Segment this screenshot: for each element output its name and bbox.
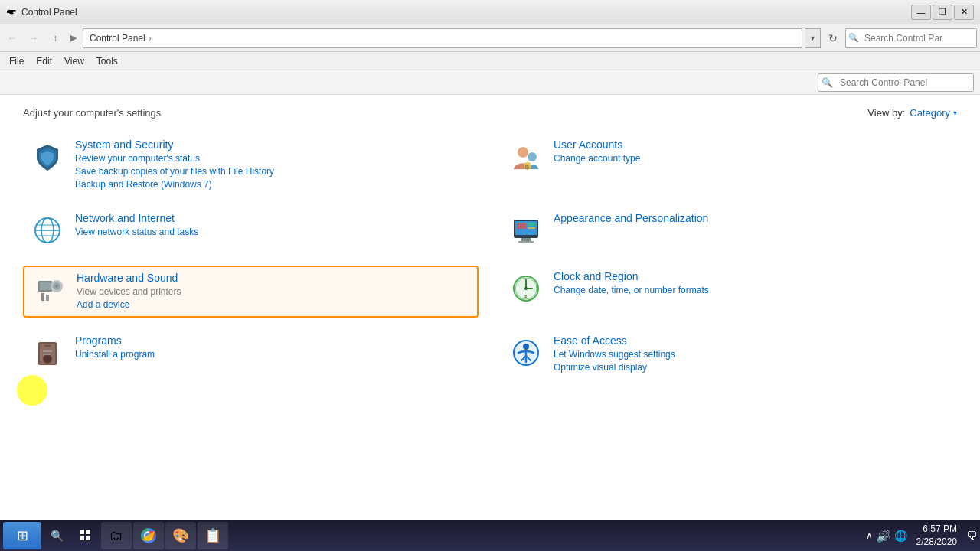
category-programs[interactable]: Programs Uninstall a program <box>23 330 479 379</box>
menu-file[interactable]: File <box>3 54 30 68</box>
appearance-text: Appearance and Personalization <box>554 212 708 226</box>
hardware-sound-link-1[interactable]: View devices and printers <box>77 285 181 298</box>
menu-tools[interactable]: Tools <box>90 54 124 68</box>
system-clock[interactable]: 6:57 PM 2/28/2020 <box>910 523 963 549</box>
taskbar-app-chrome[interactable] <box>133 522 164 549</box>
path-sep: › <box>149 33 152 44</box>
toolbar-search-input[interactable] <box>835 74 973 91</box>
clock-region-text: Clock and Region Change date, time, or n… <box>554 270 709 297</box>
user-accounts-title[interactable]: User Accounts <box>554 139 640 151</box>
content-header: Adjust your computer's settings View by:… <box>23 107 957 119</box>
taskbar-app-paint[interactable]: 🎨 <box>165 522 196 549</box>
taskbar-search-button[interactable]: 🔍 <box>43 523 70 548</box>
address-box[interactable]: Control Panel › <box>83 28 802 48</box>
taskbar-right: ∧ 🔊 🌐 6:57 PM 2/28/2020 🗨 <box>866 523 977 549</box>
forward-button[interactable]: → <box>24 29 43 47</box>
category-network-internet[interactable]: Network and Internet View network status… <box>23 207 479 253</box>
close-button[interactable]: ✕ <box>954 5 974 20</box>
taskbar-app-file-explorer[interactable]: 🗂 <box>101 522 132 549</box>
tray-volume-icon[interactable]: 🔊 <box>876 529 891 543</box>
system-security-title[interactable]: System and Security <box>75 139 274 151</box>
category-appearance[interactable]: Appearance and Personalization <box>501 207 957 253</box>
hardware-sound-title[interactable]: Hardware and Sound <box>77 272 181 284</box>
view-by-container: View by: Category ▾ <box>867 107 957 119</box>
user-accounts-link-1[interactable]: Change account type <box>554 152 640 165</box>
taskbar-app-word[interactable]: 📋 <box>198 522 228 549</box>
task-view-button[interactable] <box>72 523 100 548</box>
appearance-title[interactable]: Appearance and Personalization <box>554 212 708 224</box>
main-content: Adjust your computer's settings View by:… <box>0 95 980 520</box>
address-bar: ← → ↑ ▶ Control Panel › ▾ ↻ 🔍 <box>0 24 980 52</box>
breadcrumb: Control Panel <box>90 33 145 44</box>
svg-rect-12 <box>528 223 535 226</box>
network-internet-text: Network and Internet View network status… <box>75 212 198 239</box>
svg-rect-33 <box>44 345 51 347</box>
taskbar: ⊞ 🔍 🗂 🎨 📋 ∧ 🔊 🌐 6:57 PM 2/28/2020 🗨 <box>0 520 980 551</box>
menu-edit[interactable]: Edit <box>30 54 58 68</box>
start-button[interactable]: ⊞ <box>3 522 41 549</box>
svg-text:⧗: ⧗ <box>524 294 528 298</box>
view-by-label: View by: <box>867 107 905 119</box>
programs-icon <box>29 334 66 371</box>
svg-rect-11 <box>517 223 526 229</box>
ease-access-link-1[interactable]: Let Windows suggest settings <box>554 348 675 361</box>
ease-access-text: Ease of Access Let Windows suggest setti… <box>554 334 675 374</box>
programs-title[interactable]: Programs <box>75 334 155 347</box>
svg-point-32 <box>44 356 51 362</box>
category-value: Category <box>910 107 950 119</box>
address-search-input[interactable] <box>861 29 976 47</box>
clock-date: 2/28/2020 <box>916 536 957 549</box>
category-hardware-sound[interactable]: Hardware and Sound View devices and prin… <box>23 266 479 318</box>
system-security-link-2[interactable]: Save backup copies of your files with Fi… <box>75 165 274 178</box>
back-button[interactable]: ← <box>3 29 21 47</box>
category-ease-access[interactable]: Ease of Access Let Windows suggest setti… <box>501 330 957 379</box>
start-icon: ⊞ <box>17 527 28 544</box>
clock-time: 6:57 PM <box>916 523 957 536</box>
hardware-sound-text: Hardware and Sound View devices and prin… <box>77 272 181 311</box>
svg-rect-13 <box>528 227 535 229</box>
svg-rect-39 <box>80 530 84 534</box>
address-search-box[interactable]: 🔍 <box>845 28 977 48</box>
category-clock-region[interactable]: ⧗ Clock and Region Change date, time, or… <box>501 266 957 318</box>
category-system-security[interactable]: System and Security Review your computer… <box>23 134 479 195</box>
notification-button[interactable]: 🗨 <box>966 530 977 542</box>
svg-point-27 <box>524 287 528 290</box>
minimize-button[interactable]: — <box>911 5 931 20</box>
up-button[interactable]: ↑ <box>46 29 64 47</box>
svg-point-1 <box>528 152 537 161</box>
categories-grid: System and Security Review your computer… <box>23 134 957 379</box>
clock-region-icon: ⧗ <box>508 270 544 307</box>
system-security-link-3[interactable]: Backup and Restore (Windows 7) <box>75 178 274 191</box>
clock-region-link-1[interactable]: Change date, time, or number formats <box>554 284 709 297</box>
restore-button[interactable]: ❐ <box>933 5 952 20</box>
svg-rect-41 <box>80 536 84 540</box>
svg-point-35 <box>523 344 529 350</box>
address-search-icon: 🔍 <box>846 33 861 43</box>
title-bar: 🖛 Control Panel — ❐ ✕ <box>0 0 980 24</box>
window-title: Control Panel <box>21 7 911 18</box>
ease-access-link-2[interactable]: Optimize visual display <box>554 361 675 374</box>
category-user-accounts[interactable]: ⚙ User Accounts Change account type <box>501 134 957 195</box>
network-internet-title[interactable]: Network and Internet <box>75 212 198 224</box>
category-dropdown[interactable]: Category ▾ <box>910 107 957 119</box>
refresh-button[interactable]: ↻ <box>824 29 842 47</box>
network-internet-link-1[interactable]: View network status and tasks <box>75 226 198 239</box>
svg-rect-15 <box>518 241 534 243</box>
toolbar-search-box[interactable]: 🔍 <box>818 73 974 92</box>
appearance-icon <box>508 212 544 249</box>
programs-link-1[interactable]: Uninstall a program <box>75 348 155 361</box>
svg-rect-14 <box>521 238 531 241</box>
clock-region-title[interactable]: Clock and Region <box>554 270 709 282</box>
network-internet-icon <box>29 212 66 249</box>
menu-view[interactable]: View <box>58 54 90 68</box>
address-dropdown[interactable]: ▾ <box>805 28 821 48</box>
svg-rect-40 <box>86 530 90 534</box>
tray-show-hidden[interactable]: ∧ <box>866 530 873 541</box>
hardware-sound-link-2[interactable]: Add a device <box>77 298 181 311</box>
tray-network-icon[interactable]: 🌐 <box>894 530 907 542</box>
system-security-icon <box>29 139 66 175</box>
user-accounts-icon: ⚙ <box>508 139 544 175</box>
toolbar-search-icon: 🔍 <box>818 77 835 88</box>
system-security-link-1[interactable]: Review your computer's status <box>75 152 274 165</box>
ease-access-title[interactable]: Ease of Access <box>554 334 675 347</box>
